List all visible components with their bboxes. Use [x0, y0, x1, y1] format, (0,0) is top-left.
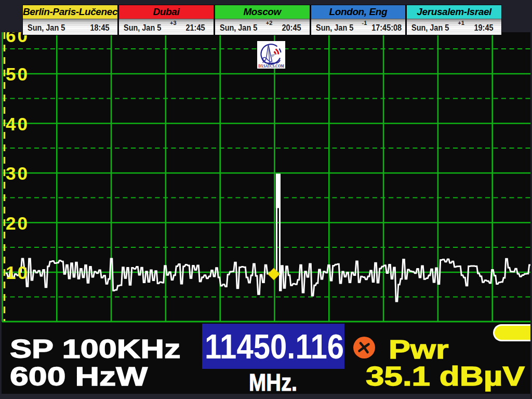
svg-text:10: 10: [6, 262, 29, 283]
svg-text:DXSATCS.COM: DXSATCS.COM: [258, 64, 284, 69]
svg-text:50: 50: [6, 64, 29, 84]
svg-text:20: 20: [6, 213, 29, 233]
svg-text:30: 30: [6, 163, 29, 183]
svg-text:40: 40: [6, 114, 29, 134]
